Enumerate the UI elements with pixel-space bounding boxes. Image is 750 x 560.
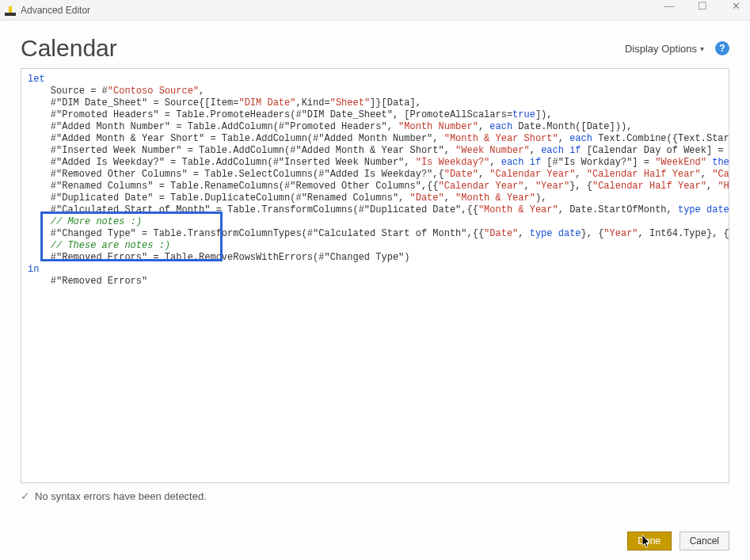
status-message: No syntax errors have been detected. bbox=[35, 490, 207, 502]
app-icon bbox=[5, 5, 16, 16]
check-icon: ✓ bbox=[21, 490, 30, 502]
window-controls: — ☐ ✕ bbox=[658, 0, 747, 12]
status-bar: ✓ No syntax errors have been detected. bbox=[21, 490, 729, 502]
titlebar: Advanced Editor — ☐ ✕ bbox=[0, 0, 750, 21]
minimize-button[interactable]: — bbox=[658, 0, 680, 12]
window-title: Advanced Editor bbox=[21, 5, 90, 16]
maximize-button[interactable]: ☐ bbox=[691, 0, 714, 12]
cancel-button[interactable]: Cancel bbox=[680, 531, 729, 550]
code-editor[interactable]: let Source = #"Contoso Source", #"DIM Da… bbox=[21, 68, 729, 483]
done-button[interactable]: Done bbox=[627, 531, 672, 550]
help-icon[interactable]: ? bbox=[715, 41, 729, 55]
display-options-label: Display Options bbox=[625, 43, 697, 55]
dialog-buttons: Done Cancel bbox=[627, 531, 729, 550]
page-title: Calendar bbox=[21, 35, 625, 62]
display-options-dropdown[interactable]: Display Options ▾ bbox=[625, 43, 704, 55]
close-button[interactable]: ✕ bbox=[725, 0, 747, 12]
chevron-down-icon: ▾ bbox=[700, 44, 704, 53]
header: Calendar Display Options ▾ ? bbox=[0, 21, 750, 68]
